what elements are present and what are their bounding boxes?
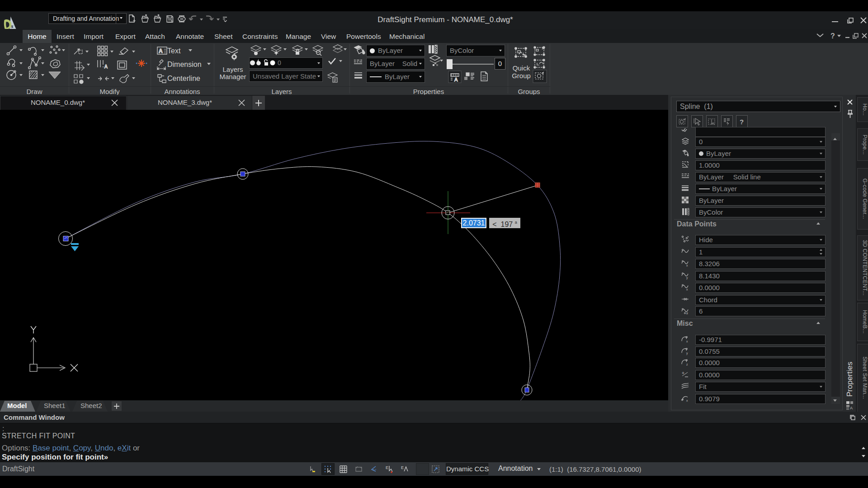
svg-text:E: E — [386, 465, 388, 470]
svg-text:0: 0 — [278, 59, 281, 66]
svg-text:x: x — [686, 264, 688, 267]
svg-text:Text: Text — [167, 47, 181, 55]
svg-text:A: A — [454, 77, 458, 82]
svg-text:E: E — [401, 465, 404, 470]
svg-text:y: y — [686, 276, 688, 280]
svg-text:z: z — [686, 363, 688, 366]
svg-text:A: A — [850, 406, 853, 410]
svg-text:?: ? — [830, 32, 835, 40]
svg-text:x: x — [686, 340, 688, 343]
svg-text:#: # — [686, 312, 688, 315]
svg-text:y: y — [686, 352, 688, 355]
svg-text:Centerline: Centerline — [167, 75, 200, 82]
svg-text:x: x — [686, 399, 688, 402]
svg-text:A: A — [159, 48, 163, 54]
svg-text:x: x — [686, 288, 688, 291]
svg-text:s: s — [11, 23, 14, 29]
svg-text:Dimension: Dimension — [167, 61, 202, 68]
svg-text:A: A — [104, 64, 108, 69]
